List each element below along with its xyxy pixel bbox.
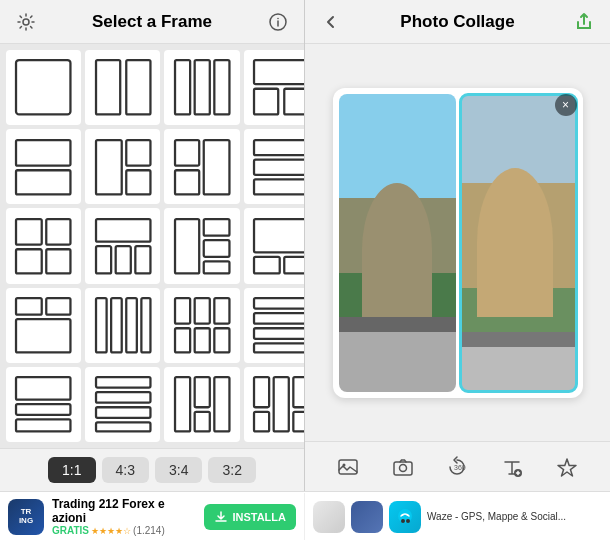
frame-4row[interactable] (85, 367, 160, 442)
svg-rect-13 (16, 140, 70, 166)
svg-rect-23 (254, 179, 304, 194)
svg-rect-69 (293, 377, 304, 407)
collage-area: × (305, 44, 610, 441)
camera-icon[interactable] (385, 449, 421, 485)
frames-grid (0, 44, 304, 448)
svg-text:360: 360 (454, 464, 466, 471)
share-icon[interactable] (570, 8, 598, 36)
svg-rect-49 (175, 328, 190, 352)
svg-rect-44 (126, 298, 137, 352)
frame-2row[interactable] (6, 129, 81, 204)
close-button[interactable]: × (555, 94, 577, 116)
svg-point-75 (399, 464, 406, 471)
ad-text: Trading 212 Forex e azioni GRATIS ★★★★☆ … (52, 497, 196, 536)
ad-left: TRING Trading 212 Forex e azioni GRATIS … (0, 493, 305, 540)
svg-point-80 (406, 519, 410, 523)
svg-rect-57 (16, 404, 70, 415)
svg-rect-64 (194, 377, 209, 407)
svg-rect-31 (135, 246, 150, 273)
frame-1top-2bottom[interactable] (244, 50, 304, 125)
frame-1left-2right[interactable] (85, 129, 160, 204)
ad-count: (1.214) (133, 525, 165, 536)
svg-rect-25 (47, 219, 71, 245)
svg-rect-4 (16, 60, 70, 114)
left-header-title: Select a Frame (40, 12, 264, 32)
svg-rect-16 (126, 140, 150, 166)
svg-rect-61 (96, 407, 150, 418)
ratio-4x3[interactable]: 4:3 (102, 457, 149, 483)
svg-rect-54 (254, 328, 304, 339)
left-header: Select a Frame (0, 0, 304, 44)
frame-3x2[interactable] (164, 288, 239, 363)
svg-rect-5 (96, 60, 120, 114)
svg-point-82 (407, 514, 409, 516)
frame-single[interactable] (6, 50, 81, 125)
svg-rect-28 (96, 219, 150, 242)
ad-subtitle: GRATIS ★★★★☆ (1.214) (52, 525, 196, 536)
svg-rect-9 (214, 60, 229, 114)
frame-2left-1right[interactable] (164, 129, 239, 204)
star-icon[interactable] (549, 449, 585, 485)
frame-3col[interactable] (164, 50, 239, 125)
ratio-3x4[interactable]: 3:4 (155, 457, 202, 483)
frame-mixed1[interactable] (6, 288, 81, 363)
svg-rect-41 (16, 319, 70, 352)
svg-rect-29 (96, 246, 111, 273)
right-header-title: Photo Collage (345, 12, 570, 32)
svg-rect-47 (194, 298, 209, 324)
gallery-icon[interactable] (330, 449, 366, 485)
svg-rect-14 (16, 170, 70, 194)
ad-install-button[interactable]: INSTALLA (204, 504, 296, 530)
svg-rect-59 (96, 377, 150, 388)
back-icon[interactable] (317, 8, 345, 36)
svg-rect-38 (284, 257, 304, 274)
frame-alt2[interactable] (244, 367, 304, 442)
frame-row-split[interactable] (6, 367, 81, 442)
frame-col-split[interactable] (164, 208, 239, 283)
ratio-3x2[interactable]: 3:2 (208, 457, 255, 483)
ratio-1x1[interactable]: 1:1 (48, 457, 95, 483)
rotate-icon[interactable]: 360 (439, 449, 475, 485)
svg-rect-60 (96, 392, 150, 403)
svg-rect-17 (126, 170, 150, 194)
frame-3row[interactable] (244, 129, 304, 204)
install-label: INSTALLA (232, 511, 286, 523)
text-icon[interactable] (494, 449, 530, 485)
svg-rect-42 (96, 298, 107, 352)
frame-2x2[interactable] (6, 208, 81, 283)
svg-rect-58 (16, 420, 70, 432)
frame-big-small[interactable] (244, 208, 304, 283)
frame-alt1[interactable] (164, 367, 239, 442)
svg-rect-43 (111, 298, 122, 352)
frame-4col[interactable] (85, 288, 160, 363)
frame-strip[interactable] (244, 288, 304, 363)
ad-social-icon (351, 501, 383, 533)
svg-rect-53 (254, 313, 304, 324)
right-header: Photo Collage (305, 0, 610, 44)
svg-rect-35 (204, 261, 230, 273)
svg-rect-65 (214, 377, 229, 431)
frame-2col[interactable] (85, 50, 160, 125)
svg-rect-39 (16, 298, 42, 315)
svg-rect-8 (194, 60, 209, 114)
gear-icon[interactable] (12, 8, 40, 36)
svg-rect-7 (175, 60, 190, 114)
collage-photo-right[interactable] (460, 94, 577, 392)
svg-rect-56 (16, 377, 70, 400)
svg-rect-24 (16, 219, 42, 245)
right-panel: Photo Collage × (305, 0, 610, 491)
svg-rect-26 (16, 249, 42, 273)
svg-rect-67 (254, 377, 269, 407)
svg-rect-22 (254, 159, 304, 174)
info-icon[interactable] (264, 8, 292, 36)
svg-rect-55 (254, 343, 304, 352)
frame-1top-3bottom[interactable] (85, 208, 160, 283)
svg-rect-27 (47, 249, 71, 273)
left-panel: Select a Frame (0, 0, 305, 491)
svg-rect-46 (175, 298, 190, 324)
svg-rect-6 (126, 60, 150, 114)
collage-photo-left[interactable] (339, 94, 456, 392)
svg-rect-12 (284, 89, 304, 115)
ad-map-icon (313, 501, 345, 533)
svg-point-3 (277, 17, 279, 19)
